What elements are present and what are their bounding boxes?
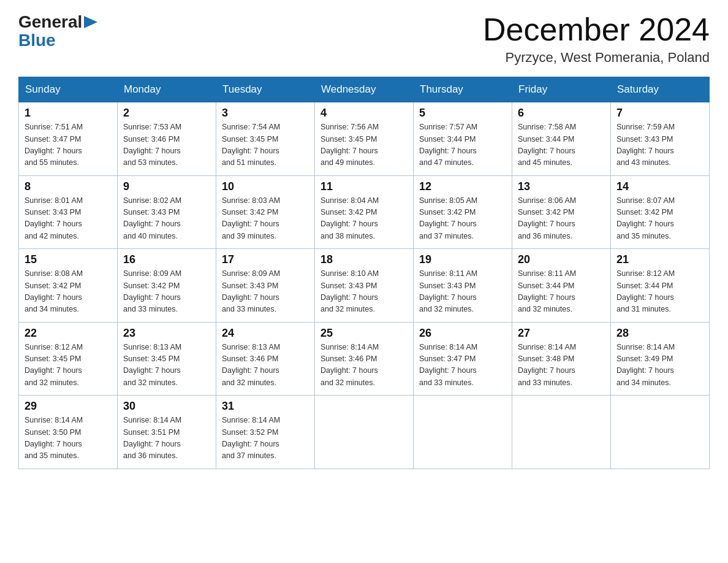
day-number: 2 <box>123 107 210 120</box>
day-info: Sunrise: 7:56 AMSunset: 3:45 PMDaylight:… <box>320 121 408 169</box>
col-sunday: Sunday <box>19 77 118 102</box>
calendar-cell: 8Sunrise: 8:01 AMSunset: 3:43 PMDaylight… <box>19 175 118 249</box>
calendar-cell: 18Sunrise: 8:10 AMSunset: 3:43 PMDayligh… <box>315 249 414 323</box>
col-thursday: Thursday <box>414 77 512 102</box>
calendar-week-row: 15Sunrise: 8:08 AMSunset: 3:42 PMDayligh… <box>19 249 710 323</box>
calendar-header-row: Sunday Monday Tuesday Wednesday Thursday… <box>19 77 710 102</box>
day-info: Sunrise: 8:12 AMSunset: 3:45 PMDaylight:… <box>25 342 112 389</box>
day-number: 30 <box>123 400 210 413</box>
day-info: Sunrise: 8:13 AMSunset: 3:46 PMDaylight:… <box>222 342 309 389</box>
day-info: Sunrise: 8:05 AMSunset: 3:42 PMDaylight:… <box>419 195 506 243</box>
day-info: Sunrise: 8:12 AMSunset: 3:44 PMDaylight:… <box>616 268 703 316</box>
calendar-cell: 20Sunrise: 8:11 AMSunset: 3:44 PMDayligh… <box>512 249 611 323</box>
calendar-cell: 4Sunrise: 7:56 AMSunset: 3:45 PMDaylight… <box>315 102 414 176</box>
day-number: 11 <box>320 180 408 193</box>
logo-triangle-icon <box>84 13 97 31</box>
day-info: Sunrise: 8:14 AMSunset: 3:46 PMDaylight:… <box>320 342 408 389</box>
logo-blue-text: Blue <box>18 32 56 49</box>
day-number: 12 <box>419 180 506 193</box>
calendar-cell: 6Sunrise: 7:58 AMSunset: 3:44 PMDaylight… <box>512 102 611 176</box>
day-info: Sunrise: 8:13 AMSunset: 3:45 PMDaylight:… <box>123 342 210 389</box>
calendar-cell: 13Sunrise: 8:06 AMSunset: 3:42 PMDayligh… <box>512 175 611 249</box>
title-area: December 2024 Pyrzyce, West Pomerania, P… <box>483 12 710 66</box>
day-info: Sunrise: 8:11 AMSunset: 3:44 PMDaylight:… <box>518 268 605 316</box>
calendar-cell: 19Sunrise: 8:11 AMSunset: 3:43 PMDayligh… <box>414 249 512 323</box>
day-info: Sunrise: 8:04 AMSunset: 3:42 PMDaylight:… <box>320 195 408 243</box>
svg-marker-0 <box>84 16 97 28</box>
day-info: Sunrise: 7:59 AMSunset: 3:43 PMDaylight:… <box>616 121 703 169</box>
calendar-cell: 12Sunrise: 8:05 AMSunset: 3:42 PMDayligh… <box>414 175 512 249</box>
calendar-cell: 15Sunrise: 8:08 AMSunset: 3:42 PMDayligh… <box>19 249 118 323</box>
calendar-week-row: 8Sunrise: 8:01 AMSunset: 3:43 PMDaylight… <box>19 175 710 249</box>
day-number: 18 <box>320 253 408 266</box>
day-number: 20 <box>518 253 605 266</box>
day-number: 29 <box>25 400 112 413</box>
col-tuesday: Tuesday <box>216 77 315 102</box>
calendar-cell: 5Sunrise: 7:57 AMSunset: 3:44 PMDaylight… <box>414 102 512 176</box>
day-number: 19 <box>419 253 506 266</box>
day-info: Sunrise: 7:51 AMSunset: 3:47 PMDaylight:… <box>25 121 112 169</box>
calendar-week-row: 29Sunrise: 8:14 AMSunset: 3:50 PMDayligh… <box>19 396 710 469</box>
calendar-cell: 17Sunrise: 8:09 AMSunset: 3:43 PMDayligh… <box>216 249 315 323</box>
calendar-cell: 10Sunrise: 8:03 AMSunset: 3:42 PMDayligh… <box>216 175 315 249</box>
day-number: 1 <box>25 107 112 120</box>
day-number: 26 <box>419 327 506 340</box>
calendar-cell: 7Sunrise: 7:59 AMSunset: 3:43 PMDaylight… <box>611 102 710 176</box>
day-info: Sunrise: 8:14 AMSunset: 3:49 PMDaylight:… <box>616 342 703 389</box>
day-info: Sunrise: 8:08 AMSunset: 3:42 PMDaylight:… <box>25 268 112 316</box>
day-number: 28 <box>616 327 703 340</box>
calendar-week-row: 22Sunrise: 8:12 AMSunset: 3:45 PMDayligh… <box>19 322 710 396</box>
day-info: Sunrise: 8:14 AMSunset: 3:47 PMDaylight:… <box>419 342 506 389</box>
calendar-cell <box>512 396 611 469</box>
col-friday: Friday <box>512 77 611 102</box>
day-number: 7 <box>616 107 703 120</box>
calendar-cell <box>315 396 414 469</box>
day-info: Sunrise: 8:01 AMSunset: 3:43 PMDaylight:… <box>25 195 112 243</box>
col-saturday: Saturday <box>611 77 710 102</box>
calendar-week-row: 1Sunrise: 7:51 AMSunset: 3:47 PMDaylight… <box>19 102 710 176</box>
day-number: 25 <box>320 327 408 340</box>
day-info: Sunrise: 8:14 AMSunset: 3:51 PMDaylight:… <box>123 415 210 462</box>
calendar-cell: 26Sunrise: 8:14 AMSunset: 3:47 PMDayligh… <box>414 322 512 396</box>
page-header: General Blue December 2024 Pyrzyce, West… <box>18 12 710 66</box>
calendar-cell: 9Sunrise: 8:02 AMSunset: 3:43 PMDaylight… <box>118 175 216 249</box>
day-info: Sunrise: 8:14 AMSunset: 3:52 PMDaylight:… <box>222 415 309 462</box>
calendar-cell: 23Sunrise: 8:13 AMSunset: 3:45 PMDayligh… <box>118 322 216 396</box>
calendar-cell: 16Sunrise: 8:09 AMSunset: 3:42 PMDayligh… <box>118 249 216 323</box>
calendar-cell: 27Sunrise: 8:14 AMSunset: 3:48 PMDayligh… <box>512 322 611 396</box>
calendar-subtitle: Pyrzyce, West Pomerania, Poland <box>483 50 710 66</box>
logo: General Blue <box>18 12 97 49</box>
col-monday: Monday <box>118 77 216 102</box>
calendar-cell: 29Sunrise: 8:14 AMSunset: 3:50 PMDayligh… <box>19 396 118 469</box>
day-number: 27 <box>518 327 605 340</box>
day-number: 14 <box>616 180 703 193</box>
calendar-title: December 2024 <box>483 12 710 47</box>
day-info: Sunrise: 7:53 AMSunset: 3:46 PMDaylight:… <box>123 121 210 169</box>
day-info: Sunrise: 7:58 AMSunset: 3:44 PMDaylight:… <box>518 121 605 169</box>
day-number: 8 <box>25 180 112 193</box>
col-wednesday: Wednesday <box>315 77 414 102</box>
day-number: 21 <box>616 253 703 266</box>
day-number: 10 <box>222 180 309 193</box>
calendar-cell: 21Sunrise: 8:12 AMSunset: 3:44 PMDayligh… <box>611 249 710 323</box>
day-number: 5 <box>419 107 506 120</box>
day-number: 24 <box>222 327 309 340</box>
day-number: 15 <box>25 253 112 266</box>
calendar-cell: 3Sunrise: 7:54 AMSunset: 3:45 PMDaylight… <box>216 102 315 176</box>
calendar-cell: 11Sunrise: 8:04 AMSunset: 3:42 PMDayligh… <box>315 175 414 249</box>
day-info: Sunrise: 8:09 AMSunset: 3:42 PMDaylight:… <box>123 268 210 316</box>
day-info: Sunrise: 7:57 AMSunset: 3:44 PMDaylight:… <box>419 121 506 169</box>
day-info: Sunrise: 8:09 AMSunset: 3:43 PMDaylight:… <box>222 268 309 316</box>
day-number: 13 <box>518 180 605 193</box>
calendar-cell: 30Sunrise: 8:14 AMSunset: 3:51 PMDayligh… <box>118 396 216 469</box>
day-info: Sunrise: 8:14 AMSunset: 3:48 PMDaylight:… <box>518 342 605 389</box>
day-number: 23 <box>123 327 210 340</box>
calendar-cell: 14Sunrise: 8:07 AMSunset: 3:42 PMDayligh… <box>611 175 710 249</box>
day-number: 16 <box>123 253 210 266</box>
day-number: 6 <box>518 107 605 120</box>
day-info: Sunrise: 8:03 AMSunset: 3:42 PMDaylight:… <box>222 195 309 243</box>
calendar-cell: 2Sunrise: 7:53 AMSunset: 3:46 PMDaylight… <box>118 102 216 176</box>
day-number: 17 <box>222 253 309 266</box>
calendar-table: Sunday Monday Tuesday Wednesday Thursday… <box>18 77 710 469</box>
day-info: Sunrise: 8:14 AMSunset: 3:50 PMDaylight:… <box>25 415 112 462</box>
